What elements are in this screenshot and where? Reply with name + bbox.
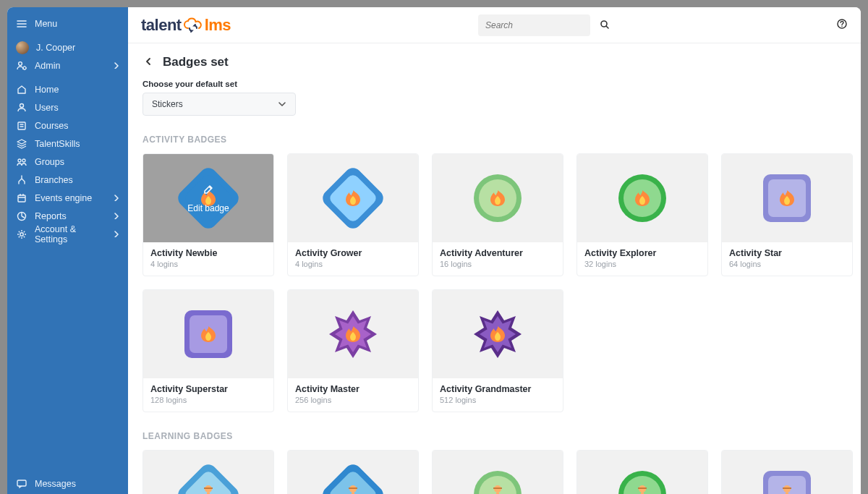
branches-icon	[16, 174, 27, 186]
sidebar-item-label: Groups	[35, 157, 118, 167]
sidebar-item-groups[interactable]: Groups	[7, 153, 128, 171]
badge-visual	[143, 451, 273, 494]
page-header: Badges set	[142, 51, 846, 80]
badge-info: Activity Grandmaster 512 logins	[433, 378, 563, 412]
badge-title: Activity Master	[295, 384, 411, 394]
sidebar-item-users[interactable]: Users	[7, 98, 128, 116]
badge-title: Activity Grandmaster	[440, 384, 556, 394]
badge-card[interactable]: Activity Master 256 logins	[287, 289, 419, 412]
badge-visual	[577, 154, 707, 242]
topbar: talent lms	[128, 7, 861, 43]
badge-visual: Edit badge	[143, 154, 273, 242]
badge-visual	[288, 290, 418, 378]
badge-info: Activity Master 256 logins	[288, 378, 418, 412]
badge-title: Activity Explorer	[584, 248, 700, 258]
badge-visual	[433, 451, 563, 494]
badge-card[interactable]: Activity Adventurer 16 logins	[432, 153, 563, 276]
sidebar-item-courses[interactable]: Courses	[7, 116, 128, 135]
badge-subtitle: 256 logins	[295, 396, 411, 404]
badge-subtitle: 128 logins	[150, 396, 266, 404]
badge-card[interactable]: Activity Superstar 128 logins	[142, 289, 274, 412]
sidebar-messages[interactable]: Messages	[7, 474, 128, 493]
badge-card[interactable]	[287, 450, 419, 494]
sidebar-item-label: Home	[35, 85, 118, 95]
badge-title: Activity Superstar	[150, 384, 266, 394]
badge-info: Activity Superstar 128 logins	[143, 378, 273, 412]
badge-info: Activity Grower 4 logins	[288, 242, 418, 276]
edit-icon[interactable]	[203, 184, 214, 197]
badge-card[interactable]	[432, 450, 563, 494]
badge-title: Activity Star	[729, 248, 845, 258]
default-set-select[interactable]: Stickers	[142, 93, 296, 116]
chevron-right-icon	[111, 192, 118, 203]
sidebar-item-account-settings[interactable]: Account & Settings	[7, 225, 128, 243]
main: talent lms Badges set Choose your defaul…	[128, 7, 861, 494]
book-icon	[16, 120, 27, 132]
activity-badge-grid: Edit badge Activity Newbie 4 logins Acti…	[142, 153, 846, 412]
sidebar-item-events-engine[interactable]: Events engine	[7, 189, 128, 207]
sidebar-item-label: Users	[35, 103, 118, 113]
badge-card[interactable]: Edit badge Activity Newbie 4 logins	[142, 153, 274, 276]
home-icon	[16, 84, 27, 95]
badge-subtitle: 4 logins	[150, 260, 266, 268]
menu-label: Menu	[35, 19, 118, 29]
help-icon[interactable]	[836, 18, 848, 32]
logo-lms: lms	[205, 16, 231, 35]
search-icon[interactable]	[599, 19, 610, 32]
badge-card[interactable]: Activity Star 64 logins	[721, 153, 853, 276]
badge-info: Activity Explorer 32 logins	[577, 242, 707, 276]
badge-card[interactable]: Activity Grandmaster 512 logins	[432, 289, 563, 412]
sidebar-item-branches[interactable]: Branches	[7, 171, 128, 189]
sidebar-item-label: Account & Settings	[35, 224, 103, 244]
edit-badge-label[interactable]: Edit badge	[187, 203, 229, 213]
sidebar-admin[interactable]: Admin	[7, 56, 128, 74]
badge-title: Activity Newbie	[150, 248, 266, 258]
avatar	[16, 41, 29, 54]
logo[interactable]: talent lms	[141, 16, 231, 35]
section-activity: ACTIVITY BADGES	[142, 135, 846, 145]
layers-icon	[16, 138, 27, 150]
sidebar-item-reports[interactable]: Reports	[7, 207, 128, 225]
badge-subtitle: 512 logins	[440, 396, 556, 404]
badge-visual	[433, 290, 563, 378]
logo-talent: talent	[141, 16, 182, 35]
messages-label: Messages	[35, 479, 118, 489]
sidebar-item-label: Reports	[35, 211, 103, 221]
learning-badge-grid	[142, 450, 846, 494]
search-box[interactable]	[478, 14, 590, 36]
badge-visual	[722, 451, 852, 494]
chevron-right-icon	[111, 60, 118, 71]
sidebar-item-label: TalentSkills	[35, 139, 118, 149]
chevron-down-icon	[276, 98, 286, 111]
chevron-right-icon	[111, 229, 118, 239]
section-learning: LEARNING BADGES	[142, 431, 846, 441]
badge-info: Activity Adventurer 16 logins	[433, 242, 563, 276]
badge-visual	[288, 451, 418, 494]
user-name: J. Cooper	[36, 43, 118, 53]
badge-subtitle: 64 logins	[729, 260, 845, 268]
badge-visual	[722, 154, 852, 242]
badge-card[interactable]: Activity Grower 4 logins	[287, 153, 419, 276]
badge-title: Activity Grower	[295, 248, 411, 258]
menu-toggle[interactable]: Menu	[7, 14, 128, 33]
search-input[interactable]	[485, 20, 595, 30]
badge-card[interactable]	[576, 450, 708, 494]
sidebar-item-talentskills[interactable]: TalentSkills	[7, 135, 128, 153]
messages-icon	[16, 478, 27, 490]
admin-label: Admin	[35, 61, 103, 71]
default-set-label: Choose your default set	[142, 80, 846, 88]
badge-card[interactable]	[142, 450, 274, 494]
user-icon	[16, 102, 27, 114]
badge-card[interactable]: Activity Explorer 32 logins	[576, 153, 708, 276]
badge-visual	[577, 451, 707, 494]
events-icon	[16, 192, 27, 204]
select-value: Stickers	[152, 99, 183, 109]
page-title: Badges set	[163, 55, 229, 69]
groups-icon	[16, 156, 27, 168]
badge-info: Activity Star 64 logins	[722, 242, 852, 276]
sidebar-user[interactable]: J. Cooper	[7, 38, 128, 56]
sidebar-item-label: Courses	[35, 121, 118, 131]
sidebar-item-home[interactable]: Home	[7, 80, 128, 98]
badge-card[interactable]	[721, 450, 853, 494]
back-button[interactable]	[142, 56, 154, 69]
